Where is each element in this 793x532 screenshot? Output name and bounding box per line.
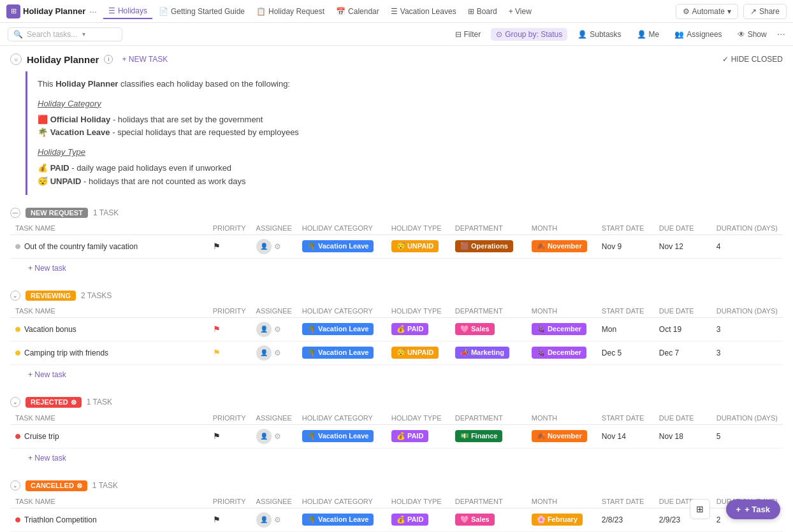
task-row-vacation-country[interactable]: Out of the country family vacation ⚑ 👤 ⚙ [10, 234, 783, 258]
col-header-duration: DURATION (DAYS) [711, 222, 783, 235]
col-header-month-r: MONTH [527, 305, 597, 318]
holiday-category-link[interactable]: Holiday Category [38, 99, 101, 108]
tab-holidays[interactable]: ☰ Holidays [103, 4, 152, 19]
automate-button[interactable]: ⚙ Automate ▾ [676, 4, 738, 19]
col-header-assignee: ASSIGNEE [251, 222, 297, 235]
nav-dots[interactable]: ··· [89, 6, 97, 17]
tab-add-view[interactable]: + View [504, 4, 537, 18]
task-row-vacation-bonus[interactable]: Vacation bonus ⚑ 👤 ⚙ [10, 317, 783, 341]
priority-flag[interactable]: ⚑ [213, 431, 221, 441]
description-box: This Holiday Planner classifies each hol… [25, 71, 344, 195]
priority-flag[interactable]: ⚑ [213, 241, 221, 251]
filter-icon: ⊟ [455, 30, 462, 39]
assignee-avatar[interactable]: 👤 [256, 239, 272, 254]
share-button[interactable]: ↗ Share [743, 4, 787, 19]
start-date: Nov 14 [597, 424, 654, 448]
tab-holiday-request-icon: 📋 [256, 7, 266, 16]
task-row-triathlon[interactable]: Triathlon Competition ⚑ 👤 ⚙ [10, 508, 783, 531]
rejected-collapse-button[interactable]: ⌄ [10, 397, 20, 407]
start-date: Dec 5 [597, 341, 654, 364]
add-task-rejected[interactable]: + New task [23, 451, 71, 465]
task-row-cruise[interactable]: Cruise trip ⚑ 👤 ⚙ [10, 424, 783, 448]
month-tag[interactable]: 🌸 February [532, 514, 583, 526]
department-tag[interactable]: 💵 Finance [455, 430, 503, 442]
assignee-avatar[interactable]: 👤 [256, 429, 272, 444]
me-button[interactable]: 👤 Me [632, 28, 665, 41]
task-status-dot [15, 350, 20, 356]
holiday-type-tag[interactable]: 💰 PAID [391, 430, 429, 442]
holiday-type-tag[interactable]: 💰 PAID [391, 323, 429, 335]
add-task-fab[interactable]: + + Task [726, 500, 780, 519]
priority-flag[interactable]: ⚑ [213, 324, 221, 334]
add-task-new-request[interactable]: + New task [23, 261, 71, 275]
assignee-gear-icon[interactable]: ⚙ [274, 515, 281, 524]
holiday-category-tag[interactable]: 🌴 Vacation Leave [302, 240, 374, 252]
col-header-holiday-cat-can: HOLIDAY CATEGORY [297, 495, 386, 508]
new-task-button[interactable]: + NEW TASK [118, 54, 171, 65]
col-header-task: TASK NAME [10, 222, 208, 235]
add-task-reviewing[interactable]: + New task [23, 368, 71, 382]
show-button[interactable]: 👁 Show [732, 28, 772, 41]
assignee-avatar[interactable]: 👤 [256, 322, 272, 337]
assignee-gear-icon[interactable]: ⚙ [274, 432, 281, 441]
me-icon: 👤 [637, 30, 646, 39]
toolbar-more-icon[interactable]: ··· [777, 29, 785, 40]
task-status-dot [15, 434, 20, 439]
priority-flag[interactable]: ⚑ [213, 348, 221, 357]
department-tag[interactable]: 🟫 Operations [455, 240, 513, 252]
assignee-gear-icon[interactable]: ⚙ [274, 242, 281, 251]
holiday-category-tag[interactable]: 🌴 Vacation Leave [302, 514, 374, 526]
col-header-assignee-r: ASSIGNEE [251, 305, 297, 318]
department-tag[interactable]: 🩷 Sales [455, 514, 495, 526]
group-by-button[interactable]: ⊙ Group by: Status [491, 28, 567, 41]
tab-getting-started-icon: 📄 [159, 7, 168, 16]
tab-vacation-leaves[interactable]: ☰ Vacation Leaves [386, 4, 462, 18]
section-reviewing-header: ⌄ REVIEWING 2 TASKS [10, 291, 783, 301]
month-tag[interactable]: 🍇 December [532, 347, 586, 359]
assignees-button[interactable]: 👥 Assignees [669, 28, 727, 41]
planner-info-button[interactable]: i [104, 55, 113, 64]
month-tag[interactable]: 🍂 November [532, 240, 587, 252]
assignee-avatar[interactable]: 👤 [256, 345, 272, 361]
subtasks-icon: 👤 [578, 30, 587, 39]
subtasks-button[interactable]: 👤 Subtasks [572, 28, 626, 41]
holiday-category-tag[interactable]: 🌴 Vacation Leave [302, 323, 374, 335]
holiday-type-tag[interactable]: 💰 PAID [391, 514, 429, 526]
priority-flag[interactable]: ⚑ [213, 515, 221, 524]
month-tag[interactable]: 🍇 December [532, 323, 586, 335]
reviewing-collapse-button[interactable]: ⌄ [10, 291, 20, 301]
cancelled-table: TASK NAME PRIORITY ASSIGNEE HOLIDAY CATE… [10, 495, 783, 532]
assignee-gear-icon[interactable]: ⚙ [274, 349, 281, 357]
tab-getting-started[interactable]: 📄 Getting Started Guide [154, 4, 250, 18]
holiday-type-tag[interactable]: 😴 UNPAID [391, 240, 439, 252]
planner-collapse-button[interactable]: ○ [10, 54, 22, 65]
assignees-icon: 👥 [674, 30, 684, 39]
reviewing-table: TASK NAME PRIORITY ASSIGNEE HOLIDAY CATE… [10, 305, 783, 365]
col-header-start: START DATE [597, 222, 654, 235]
hide-closed-button[interactable]: ✓ HIDE CLOSED [722, 55, 783, 64]
holiday-category-tag[interactable]: 🌴 Vacation Leave [302, 430, 374, 442]
holiday-type-tag[interactable]: 😴 UNPAID [391, 347, 439, 359]
month-tag[interactable]: 🍂 November [532, 430, 587, 442]
holiday-category-tag[interactable]: 🌴 Vacation Leave [302, 347, 374, 359]
assignee-avatar[interactable]: 👤 [256, 512, 272, 528]
search-input[interactable]: 🔍 Search tasks... ▾ [8, 27, 122, 41]
cancelled-collapse-button[interactable]: ⌄ [10, 480, 20, 491]
holiday-type-link[interactable]: Holiday Type [38, 147, 85, 157]
start-date: Nov 9 [597, 234, 654, 258]
col-header-task-rej: TASK NAME [10, 412, 208, 425]
tab-board[interactable]: ⊞ Board [463, 4, 502, 18]
cancelled-count: 1 TASK [92, 481, 118, 490]
tab-holiday-request[interactable]: 📋 Holiday Request [251, 4, 330, 18]
tab-calendar[interactable]: 📅 Calendar [331, 4, 384, 18]
planner-title: Holiday Planner [27, 54, 99, 65]
col-header-holiday-type: HOLIDAY TYPE [386, 222, 450, 235]
nav-tabs: ☰ Holidays 📄 Getting Started Guide 📋 Hol… [103, 4, 537, 19]
grid-view-button[interactable]: ⊞ [690, 499, 710, 519]
department-tag[interactable]: 🩷 Sales [455, 323, 495, 335]
new-request-collapse-button[interactable]: — [10, 208, 20, 218]
assignee-gear-icon[interactable]: ⚙ [274, 325, 281, 334]
department-tag[interactable]: 📣 Marketing [455, 347, 509, 359]
task-row-camping[interactable]: Camping trip with friends ⚑ 👤 ⚙ [10, 341, 783, 364]
filter-button[interactable]: ⊟ Filter [450, 28, 486, 41]
